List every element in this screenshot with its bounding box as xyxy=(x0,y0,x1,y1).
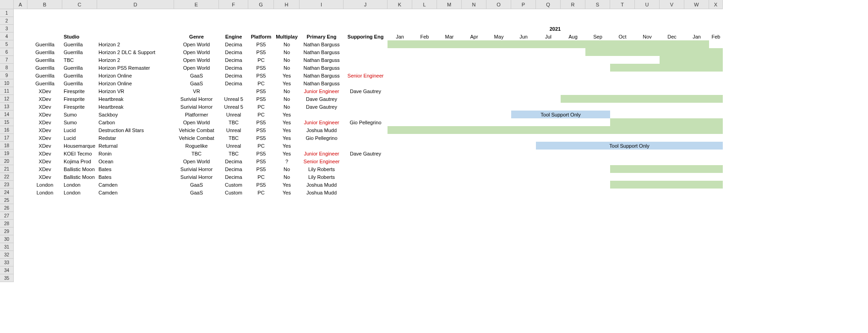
cell[interactable] xyxy=(14,118,27,126)
cell-h-13[interactable]: Yes xyxy=(274,142,300,150)
column-headers[interactable]: ABCDEFGHIJKLMNOPQRSTUVWX xyxy=(14,0,723,9)
cell-g-5[interactable]: PC xyxy=(248,79,274,87)
row-header-30[interactable]: 30 xyxy=(0,235,14,243)
cell-d-15[interactable]: Ocean xyxy=(97,157,174,165)
row-header-16[interactable]: 16 xyxy=(0,126,14,134)
cell-g-7[interactable]: PS5 xyxy=(248,95,274,103)
empty-cell[interactable] xyxy=(14,212,723,220)
gantt-blank[interactable] xyxy=(610,111,723,118)
grid-area[interactable]: 2021StudioGenreEnginePlatformMultiplayPr… xyxy=(14,9,723,282)
hdr-month-Dec-11[interactable]: Dec xyxy=(660,33,684,40)
cell-h-11[interactable]: Yes xyxy=(274,126,300,134)
column-header-V[interactable]: V xyxy=(660,0,684,9)
cell-d-11[interactable]: Destruction All Stars xyxy=(97,126,174,134)
cell[interactable] xyxy=(14,181,27,189)
cell-b-6[interactable]: XDev xyxy=(27,87,62,95)
hdr-month-Feb-13[interactable]: Feb xyxy=(709,33,723,40)
gantt-bar-2[interactable] xyxy=(660,56,723,64)
row-header-26[interactable]: 26 xyxy=(0,204,14,212)
cell-b-15[interactable]: XDev xyxy=(27,157,62,165)
column-header-B[interactable]: B xyxy=(27,0,62,9)
cell-d-9[interactable]: Sackboy xyxy=(97,111,174,118)
cell[interactable] xyxy=(14,87,27,95)
row-header-13[interactable]: 13 xyxy=(0,103,14,111)
cell-e-19[interactable]: GaaS xyxy=(174,189,219,196)
cell-j-4[interactable]: Senior Engineer xyxy=(344,72,388,79)
cell-c-15[interactable]: Kojima Prod xyxy=(62,157,97,165)
hdr-month-Mar-2[interactable]: Mar xyxy=(437,33,462,40)
gantt-bar-10[interactable] xyxy=(610,118,723,126)
hdr-multiplay[interactable]: Multiplay xyxy=(274,33,300,40)
cell-h-18[interactable]: Yes xyxy=(274,181,300,189)
cell-b-1[interactable]: Guerrilla xyxy=(27,48,62,56)
row-header-4[interactable]: 4 xyxy=(0,33,14,40)
row-header-35[interactable]: 35 xyxy=(0,274,14,282)
cell-h-17[interactable]: No xyxy=(274,173,300,181)
cell[interactable] xyxy=(14,157,27,165)
cell-b-10[interactable]: XDev xyxy=(27,118,62,126)
cell[interactable] xyxy=(14,33,27,40)
row-header-25[interactable]: 25 xyxy=(0,196,14,204)
cell-d-0[interactable]: Horizon 2 xyxy=(97,40,174,48)
cell[interactable] xyxy=(14,142,27,150)
cell-i-14[interactable]: Junior Engineer xyxy=(300,150,344,157)
gantt-blank[interactable] xyxy=(388,103,723,111)
cell-e-12[interactable]: Vehicle Combat xyxy=(174,134,219,142)
cell-f-14[interactable]: TBC xyxy=(219,150,248,157)
cell-i-9[interactable] xyxy=(300,111,344,118)
cell-g-4[interactable]: PS5 xyxy=(248,72,274,79)
cell-e-2[interactable]: Open World xyxy=(174,56,219,64)
cell-g-6[interactable]: PS5 xyxy=(248,87,274,95)
hdr-month-Sep-8[interactable]: Sep xyxy=(585,33,610,40)
cell-e-10[interactable]: Open World xyxy=(174,118,219,126)
row-header-9[interactable]: 9 xyxy=(0,72,14,79)
empty-cell[interactable] xyxy=(14,204,723,212)
cell-h-6[interactable]: No xyxy=(274,87,300,95)
cell-j-15[interactable] xyxy=(344,157,388,165)
cell-e-9[interactable]: Platformer xyxy=(174,111,219,118)
cell-c-12[interactable]: Lucid xyxy=(62,134,97,142)
column-header-C[interactable]: C xyxy=(62,0,97,9)
cell-f-17[interactable]: Decima xyxy=(219,173,248,181)
cell-c-8[interactable]: Firesprite xyxy=(62,103,97,111)
cell-e-7[interactable]: Surivial Horror xyxy=(174,95,219,103)
gantt-bar-11[interactable] xyxy=(388,126,723,134)
row-header-14[interactable]: 14 xyxy=(0,111,14,118)
row-header-3[interactable]: 3 xyxy=(0,25,14,33)
cell-j-1[interactable] xyxy=(344,48,388,56)
cell-h-16[interactable]: No xyxy=(274,165,300,173)
cell-h-10[interactable]: Yes xyxy=(274,118,300,126)
cell-c-14[interactable]: KOEI Tecmo xyxy=(62,150,97,157)
cell-g-13[interactable]: PC xyxy=(248,142,274,150)
year-header[interactable]: 2021 xyxy=(388,25,723,33)
column-header-M[interactable]: M xyxy=(437,0,462,9)
cell-b-4[interactable]: Guerrilla xyxy=(27,72,62,79)
column-header-L[interactable]: L xyxy=(412,0,437,9)
cell-f-13[interactable]: Unreal xyxy=(219,142,248,150)
row-header-22[interactable]: 22 xyxy=(0,173,14,181)
cell-f-4[interactable]: Decima xyxy=(219,72,248,79)
empty-cell[interactable] xyxy=(14,243,723,251)
cell-b-8[interactable]: XDev xyxy=(27,103,62,111)
select-all-corner[interactable] xyxy=(0,0,14,9)
row-header-8[interactable]: 8 xyxy=(0,64,14,72)
cell-j-5[interactable] xyxy=(344,79,388,87)
empty-cell[interactable] xyxy=(14,196,723,204)
gantt-blank[interactable] xyxy=(388,165,610,173)
cell-e-18[interactable]: GaaS xyxy=(174,181,219,189)
cell-g-15[interactable]: PS5 xyxy=(248,157,274,165)
cell-d-2[interactable]: Horizon 2 xyxy=(97,56,174,64)
row-header-27[interactable]: 27 xyxy=(0,212,14,220)
cell-c-11[interactable]: Lucid xyxy=(62,126,97,134)
cell-c-7[interactable]: Firesprite xyxy=(62,95,97,103)
cell-c-3[interactable]: Guerrilla xyxy=(62,64,97,72)
cell-e-4[interactable]: GaaS xyxy=(174,72,219,79)
cell-d-18[interactable]: Camden xyxy=(97,181,174,189)
cell[interactable] xyxy=(14,126,27,134)
gantt-bar-0[interactable] xyxy=(388,40,709,48)
cell-i-11[interactable]: Joshua Mudd xyxy=(300,126,344,134)
row-header-11[interactable]: 11 xyxy=(0,87,14,95)
hdr-month-Nov-10[interactable]: Nov xyxy=(635,33,660,40)
cell[interactable] xyxy=(14,134,27,142)
cell-h-12[interactable]: Yes xyxy=(274,134,300,142)
